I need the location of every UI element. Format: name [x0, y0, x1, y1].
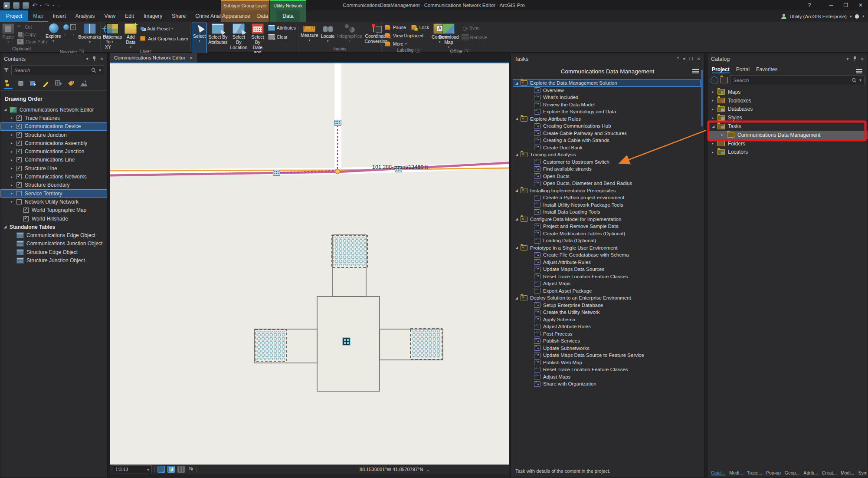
task-row[interactable]: Project and Remove Sample Data [513, 223, 701, 230]
layer-row[interactable]: Communications Device [0, 122, 107, 131]
task-row[interactable]: Adjust Attribute Rules [513, 259, 701, 266]
expander-icon[interactable] [11, 150, 16, 154]
task-row[interactable]: Tracing and Analysis [513, 151, 701, 158]
layer-visibility-checkbox[interactable] [16, 174, 22, 179]
expander-icon[interactable] [515, 188, 521, 192]
panel-menu-icon[interactable]: ▾ [683, 56, 685, 61]
north-arrow-icon[interactable] [187, 466, 194, 472]
task-row[interactable]: Create Modification Tables (Optional) [513, 230, 701, 237]
task-row[interactable]: Deploy Solution to an Enterprise Environ… [513, 294, 701, 302]
task-row[interactable]: Update Maps Data Source to Feature Servi… [513, 352, 701, 359]
task-row[interactable]: Create Cable Pathway and Structures [513, 130, 701, 137]
task-row[interactable]: Creating a Cable with Strands [513, 137, 701, 144]
task-row[interactable]: Setup Enterprise Database [513, 302, 701, 309]
task-row[interactable]: Export Asset Package [513, 287, 701, 295]
close-icon[interactable]: ✕ [861, 56, 864, 61]
expander-icon[interactable] [4, 225, 10, 229]
attributes-button[interactable]: Attributes [268, 24, 296, 31]
task-row[interactable]: Publish Services [513, 337, 701, 345]
cut-button[interactable]: Cut [17, 23, 47, 30]
layer-row[interactable]: Service Territory [0, 189, 107, 198]
task-row[interactable]: Installing Implementation Prerequisites [513, 187, 701, 194]
layer-visibility-checkbox[interactable] [23, 208, 29, 213]
task-row[interactable]: Explore the Symbology and Data [513, 108, 701, 115]
docked-panel-tab[interactable]: Pop-up [766, 470, 781, 475]
layer-visibility-checkbox[interactable] [16, 199, 22, 204]
layer-row[interactable]: World Topographic Map [0, 206, 107, 214]
task-row[interactable]: Update Maps Data Sources [513, 266, 701, 273]
tab-appearance[interactable]: Appearance [219, 10, 254, 22]
expander-icon[interactable] [11, 200, 16, 204]
layer-row[interactable]: Standalone Tables [0, 223, 107, 231]
task-row[interactable]: Apply Schema [513, 316, 701, 323]
add-preset-button[interactable]: Add Preset▾ [139, 25, 188, 32]
tab-utility-data[interactable]: Data [276, 10, 299, 22]
layer-row[interactable]: Communications Network Editor [0, 105, 107, 114]
scrollbar-thumb[interactable] [701, 70, 703, 126]
layer-visibility-checkbox[interactable] [16, 115, 22, 121]
layer-row[interactable]: Trace Features [0, 114, 107, 122]
list-by-snapping-icon[interactable] [54, 80, 63, 88]
measure-button[interactable]: Measure▾ [299, 23, 320, 46]
expander-icon[interactable] [4, 108, 10, 112]
docked-panel-tab[interactable]: Catal... [711, 470, 725, 475]
task-row[interactable]: Review the Data Model [513, 101, 701, 109]
panel-menu-icon[interactable]: ▾ [847, 56, 849, 61]
layer-row[interactable]: Structure Junction Object [0, 256, 107, 264]
list-by-labeling-icon[interactable] [67, 80, 75, 88]
task-row[interactable]: Open Ducts, Diameter and Bend Radius [513, 180, 701, 187]
task-row[interactable]: Install Data Loading Tools [513, 208, 701, 216]
pause-labeling-button[interactable]: Pause [384, 24, 406, 30]
docked-panel-tab[interactable]: Symb... [858, 470, 867, 475]
previous-extent-icon[interactable] [63, 31, 69, 37]
expander-icon[interactable] [712, 142, 717, 145]
catalog-tab[interactable]: Portal [736, 66, 750, 73]
list-by-editing-icon[interactable] [42, 80, 50, 88]
scale-select[interactable]: 1:3.13 ▾ [113, 465, 152, 473]
layer-row[interactable]: Communications Junction [0, 147, 107, 155]
lock-labels-button[interactable]: Lock [410, 24, 429, 30]
expander-icon[interactable] [11, 183, 16, 187]
task-row[interactable]: Post Process [513, 330, 701, 338]
layer-row[interactable]: Communications Edge Object [0, 231, 107, 239]
layer-visibility-checkbox[interactable] [16, 157, 22, 162]
docked-panel-tab[interactable]: Modi... [841, 470, 855, 475]
copy-path-button[interactable]: Copy Path [17, 38, 47, 45]
minimize-button[interactable]: ─ [824, 0, 839, 10]
customize-qat-icon[interactable]: ⌄ [57, 3, 60, 7]
expander-icon[interactable] [712, 107, 717, 111]
list-by-data-source-icon[interactable] [16, 80, 25, 88]
task-row[interactable]: Customer to Upstream Switch [513, 158, 701, 166]
ribbon-tab[interactable]: View [99, 10, 120, 22]
add-graphics-layer-button[interactable]: Add Graphics Layer [139, 35, 188, 42]
docked-panel-tab[interactable]: Geop... [785, 470, 799, 475]
layer-visibility-checkbox[interactable] [16, 182, 22, 188]
redo-dropdown[interactable]: ▾ [52, 3, 54, 7]
close-view-icon[interactable]: ✕ [189, 56, 193, 60]
task-row[interactable]: Find available strands [513, 165, 701, 173]
catalog-item[interactable]: Tasks [708, 122, 868, 131]
add-item-icon[interactable] [23, 2, 29, 9]
redo-icon[interactable]: ↷ [45, 3, 49, 8]
expander-icon[interactable] [11, 166, 16, 170]
layer-row[interactable]: World Hillshade [0, 214, 107, 223]
layer-visibility-checkbox[interactable] [16, 124, 22, 129]
layer-row[interactable]: Structure Junction [0, 131, 107, 139]
filter-icon[interactable] [3, 67, 9, 73]
task-row[interactable]: Create a Python project environment [513, 194, 701, 201]
expander-icon[interactable] [11, 141, 16, 145]
docked-panel-tab[interactable]: Attrib... [803, 470, 818, 475]
layer-row[interactable]: Structure Edge Object [0, 248, 107, 256]
expander-icon[interactable] [515, 117, 521, 121]
save-icon[interactable] [3, 2, 10, 9]
layer-row[interactable]: Communications Junction Object [0, 240, 107, 248]
coordinate-readout[interactable]: 88.1538001°W 41.8570797°N ⌄ [360, 467, 430, 472]
layer-row[interactable]: Communications Networks [0, 172, 107, 181]
layer-visibility-checkbox[interactable] [16, 166, 22, 171]
docked-panel-tab[interactable]: Modi... [729, 470, 743, 475]
task-row[interactable]: Adjust Maps [513, 280, 701, 287]
expander-icon[interactable] [515, 296, 521, 300]
account-area[interactable]: Utility (ArcGIS Enterprise) ▾ ▾ [781, 11, 865, 22]
expander-icon[interactable] [11, 191, 16, 195]
catalog-item[interactable]: Maps [708, 88, 868, 96]
